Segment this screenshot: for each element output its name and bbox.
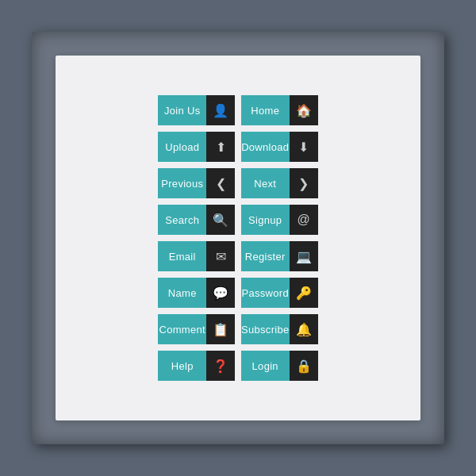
button-label-comment: Comment — [158, 314, 206, 344]
button-icon-name: 💬 — [206, 278, 235, 308]
button-label-home: Home — [241, 95, 290, 125]
button-label-email: Email — [158, 241, 206, 271]
button-password[interactable]: Password🔑 — [241, 278, 318, 308]
button-icon-subscribe: 🔔 — [290, 314, 318, 344]
button-label-download: Download — [241, 132, 290, 162]
button-label-subscribe: Subscribe — [241, 314, 290, 344]
button-upload[interactable]: Upload⬆ — [158, 132, 235, 162]
button-label-signup: Signup — [241, 205, 290, 235]
button-join-us[interactable]: Join Us👤 — [158, 95, 235, 125]
button-label-name: Name — [158, 278, 206, 308]
button-download[interactable]: Download⬇ — [241, 132, 318, 162]
button-search[interactable]: Search🔍 — [158, 205, 235, 235]
button-label-register: Register — [241, 241, 290, 271]
button-label-upload: Upload — [158, 132, 206, 162]
outer-frame: Join Us👤Home🏠Upload⬆Download⬇Previous❮Ne… — [32, 32, 444, 444]
button-icon-upload: ⬆ — [206, 132, 235, 162]
button-label-next: Next — [241, 168, 290, 198]
button-email[interactable]: Email✉ — [158, 241, 235, 271]
button-next[interactable]: Next❯ — [241, 168, 318, 198]
button-icon-join-us: 👤 — [206, 95, 235, 125]
button-icon-next: ❯ — [290, 168, 318, 198]
button-name[interactable]: Name💬 — [158, 278, 235, 308]
button-login[interactable]: Login🔒 — [241, 351, 318, 381]
button-home[interactable]: Home🏠 — [241, 95, 318, 125]
button-label-help: Help — [158, 351, 206, 381]
button-icon-password: 🔑 — [290, 278, 318, 308]
button-previous[interactable]: Previous❮ — [158, 168, 235, 198]
button-icon-email: ✉ — [206, 241, 235, 271]
button-label-search: Search — [158, 205, 206, 235]
button-icon-help: ❓ — [206, 351, 235, 381]
button-icon-signup: @ — [290, 205, 318, 235]
button-icon-search: 🔍 — [206, 205, 235, 235]
button-comment[interactable]: Comment📋 — [158, 314, 235, 344]
button-icon-comment: 📋 — [206, 314, 235, 344]
button-register[interactable]: Register💻 — [241, 241, 318, 271]
button-icon-previous: ❮ — [206, 168, 235, 198]
button-icon-download: ⬇ — [290, 132, 318, 162]
buttons-grid: Join Us👤Home🏠Upload⬆Download⬇Previous❮Ne… — [142, 79, 333, 397]
button-signup[interactable]: Signup@ — [241, 205, 318, 235]
inner-card: Join Us👤Home🏠Upload⬆Download⬇Previous❮Ne… — [56, 56, 420, 420]
button-label-password: Password — [241, 278, 290, 308]
button-label-login: Login — [241, 351, 290, 381]
button-icon-login: 🔒 — [290, 351, 318, 381]
button-label-join-us: Join Us — [158, 95, 206, 125]
button-subscribe[interactable]: Subscribe🔔 — [241, 314, 318, 344]
button-help[interactable]: Help❓ — [158, 351, 235, 381]
button-icon-register: 💻 — [290, 241, 318, 271]
button-icon-home: 🏠 — [290, 95, 318, 125]
button-label-previous: Previous — [158, 168, 206, 198]
